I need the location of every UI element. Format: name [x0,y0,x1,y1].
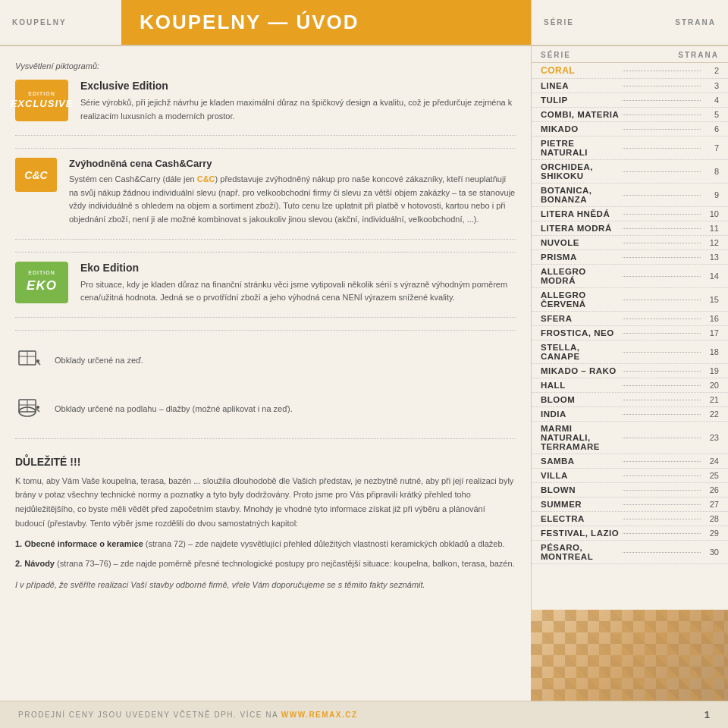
exclusive-edition-block: edition Exclusive Exclusive Edition Séri… [15,80,516,136]
toc-dots [623,490,701,491]
toc-page: 9 [704,190,719,199]
toc-page: 26 [704,485,719,494]
content-area: Vysvětlení piktogramů: edition Exclusive… [0,46,531,714]
toc-dots [623,318,701,319]
exclusive-badge: edition Exclusive [15,80,68,121]
toc-page: 16 [704,314,719,323]
cc-block: C&C Zvýhodněná cena Cash&Carry Systém ce… [15,158,516,239]
cc-text: Zvýhodněná cena Cash&Carry Systém cen Ca… [69,158,516,226]
toc-page: 22 [704,410,719,419]
toc-label: CORAL [541,65,620,76]
toc-dots [623,461,701,462]
important-section: DŮLEŽITÉ !!! K tomu, aby Vám Vaše koupel… [15,448,516,600]
toc-dots [623,129,701,130]
toc-row: SFERA16 [532,312,728,326]
toc-row: BLOWN26 [532,483,728,497]
toc-row: HALL20 [532,378,728,393]
toc-label: MARMI NATURALI, TERRAMARE [541,424,620,451]
toc-row: MARMI NATURALI, TERRAMARE23 [532,422,728,454]
toc-row: NUVOLE12 [532,236,728,250]
toc-list: CORAL2LINEA3TULIP4COMBI, MATERIA5MIKADO6… [532,63,728,564]
toc-page: 28 [704,514,719,523]
toc-label: SFERA [541,314,620,323]
eko-badge-top: edition [28,269,55,277]
header-right: SÉRIE STRANA [531,0,728,45]
toc-page: 18 [704,347,719,356]
toc-dots [623,71,701,71]
toc-label: FROSTICA, NEO [541,328,620,337]
divider-2 [15,252,516,253]
toc-label: BLOOM [541,395,620,404]
important-item2-bold: 2. Návody [15,559,55,568]
toc-label: LITERA MODRÁ [541,224,620,233]
eko-badge-main: Eko [27,277,57,295]
toc-label: ALLEGRO ČERVENÁ [541,290,620,309]
important-item2-rest: (strana 73–76) – zde najde poměrně přesn… [55,559,515,568]
floor-tile-label: Obklady určené na podlahu – dlažby (možn… [55,404,293,413]
toc-label: MIKADO [541,124,620,133]
cc-title: Zvýhodněná cena Cash&Carry [69,158,516,169]
toc-row: PRISMA13 [532,250,728,265]
cc-highlight: C&C [197,174,215,184]
toc-label: FESTIVAL, LAZIO [541,529,620,538]
toc-dots [623,148,701,149]
svg-line-10 [36,409,39,412]
wall-tile-svg [17,348,42,372]
toc-dots [623,214,701,215]
serie-label: SÉRIE [544,18,574,27]
important-italic: I v případě, že svěříte realizaci Vaší s… [15,579,516,592]
toc-label: LINEA [541,81,620,90]
toc-row: PIETRE NATURALI7 [532,136,728,160]
header-center: KOUPELNY — ÚVOD [121,0,531,45]
toc-page: 17 [704,328,719,337]
important-paragraph1: K tomu, aby Vám Vaše koupelna, terasa, b… [15,474,516,531]
toc-row: CORAL2 [532,63,728,79]
exclusive-badge-main: Exclusive [11,97,74,111]
toc-dots [623,414,701,415]
toc-page: 27 [704,500,719,509]
cc-badge-label: C&C [24,169,47,181]
bottom-strip-texture [531,610,728,701]
toc-page: 23 [704,433,719,442]
toc-dots [623,371,701,372]
eko-text: Eko Edition Pro situace, kdy je kladen d… [80,262,516,305]
footer-text: PRODEJNÍ CENY JSOU UVEDENY VČETNĚ DPH. V… [18,711,358,719]
toc-page: 21 [704,395,719,404]
divider-4 [15,438,516,439]
toc-label: PÉSARO, MONTREAL [541,543,620,561]
toc-row: SUMMER27 [532,497,728,512]
divider-3 [15,330,516,331]
exclusive-edition-title: Exclusive Edition [80,80,516,92]
footer-website[interactable]: WWW.REMAX.CZ [281,711,358,719]
toc-label: PIETRE NATURALI [541,139,620,157]
bottom-image-strip [531,610,728,701]
toc-row: STELLA, CANAPE18 [532,340,728,364]
toc-row: MIKADO – RAKO19 [532,364,728,378]
toc-label: NUVOLE [541,238,620,247]
toc-page: 29 [704,529,719,538]
eko-badge: edition Eko [15,262,68,303]
toc-page: 24 [704,457,719,466]
toc-page: 11 [704,224,719,233]
svg-point-9 [36,406,39,409]
toc-row: ALLEGRO ČERVENÁ15 [532,288,728,312]
wall-tile-block: Obklady určené na zeď. [15,340,516,381]
toc-label: COMBI, MATERIA [541,110,620,119]
sidebar-header: SÉRIE STRANA [532,46,728,63]
toc-row: MIKADO6 [532,122,728,136]
sidebar-serie-label: SÉRIE [541,51,571,59]
toc-row: PÉSARO, MONTREAL30 [532,541,728,564]
sidebar: SÉRIE STRANA CORAL2LINEA3TULIP4COMBI, MA… [531,46,728,714]
divider-1 [15,148,516,149]
eko-title: Eko Edition [80,262,516,274]
cc-body-before: Systém cen Cash&Carry (dále jen [69,174,197,184]
toc-label: SAMBA [541,457,620,466]
header-left-label: KOUPELNY [0,0,121,45]
toc-page: 10 [704,209,719,218]
wall-tile-label: Obklady určené na zeď. [55,356,143,365]
toc-label: HALL [541,381,620,390]
page-title: KOUPELNY — ÚVOD [140,11,359,34]
footer: PRODEJNÍ CENY JSOU UVEDENY VČETNĚ DPH. V… [0,701,728,728]
exclusive-badge-top: edition [28,90,55,98]
cc-badge: C&C [15,158,57,192]
